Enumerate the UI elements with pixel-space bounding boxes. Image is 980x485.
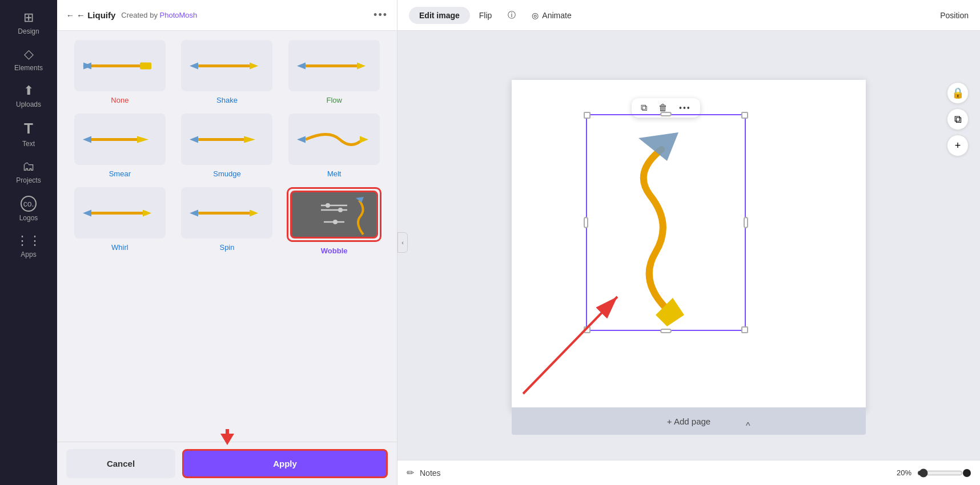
float-more-button[interactable]: ••• (676, 102, 694, 114)
sidebar-label-uploads: Uploads (16, 100, 41, 108)
add-page-icon-button[interactable]: + (947, 135, 969, 156)
handle-top-middle[interactable] (660, 112, 672, 116)
effect-thumb-whirl (74, 187, 166, 239)
apply-button[interactable]: Apply (182, 449, 388, 478)
effect-thumb-flow (288, 40, 380, 91)
wobble-extra-icon (323, 217, 346, 227)
svg-marker-7 (190, 63, 198, 70)
effect-item-smudge[interactable]: Smudge (176, 114, 279, 178)
cancel-button[interactable]: Cancel (66, 449, 175, 478)
panel-header: ← ← Liquify Created by PhotoMosh ••• (57, 0, 397, 31)
effect-label-shake: Shake (216, 96, 238, 104)
bottom-bar: ✏ Notes 20% (397, 460, 980, 485)
effect-thumb-shake (181, 40, 272, 91)
effect-item-none[interactable]: None (69, 40, 171, 104)
sidebar-label-logos: Logos (19, 214, 38, 222)
text-icon: T (24, 120, 33, 138)
float-copy-button[interactable]: ⧉ (637, 102, 650, 114)
flip-button[interactable]: Flip (472, 7, 499, 24)
position-label: Position (940, 11, 969, 20)
sidebar-label-text: Text (22, 140, 35, 148)
zoom-thumb (963, 469, 971, 477)
effect-item-smear[interactable]: Smear (69, 114, 171, 178)
smear-arrow-svg (80, 122, 160, 156)
collapse-panel-button[interactable]: ‹ (397, 232, 408, 253)
svg-point-26 (326, 203, 330, 208)
smudge-arrow-svg (187, 122, 267, 156)
effect-item-shake[interactable]: Shake (176, 40, 279, 104)
photomosh-link[interactable]: PhotoMosh (160, 11, 198, 19)
zoom-slider[interactable] (917, 468, 963, 478)
handle-bottom-middle[interactable] (660, 329, 672, 333)
handle-bottom-left[interactable] (584, 326, 591, 333)
svg-marker-18 (297, 136, 306, 143)
panel-title: ← Liquify (77, 10, 115, 20)
add-page-container: + Add page (397, 407, 980, 435)
effect-item-wobble[interactable]: Wobble (283, 187, 385, 255)
svg-marker-16 (190, 136, 198, 143)
projects-icon: 🗂 (22, 159, 35, 174)
info-button[interactable]: ⓘ (501, 6, 523, 25)
lock-button[interactable]: 🔒 (947, 82, 969, 104)
chevron-up-button[interactable]: ^ (746, 421, 750, 431)
effect-item-melt[interactable]: Melt (283, 114, 385, 178)
animate-button[interactable]: ◎ Animate (525, 7, 578, 24)
svg-marker-23 (250, 210, 258, 217)
copy-page-button[interactable]: ⧉ (947, 108, 969, 130)
handle-top-right[interactable] (741, 112, 748, 119)
add-page-button[interactable]: + Add page (512, 407, 866, 435)
main-area: Edit image Flip ⓘ ◎ Animate Position 🔒 ⧉… (397, 0, 980, 485)
svg-marker-21 (83, 210, 91, 217)
handle-top-left[interactable] (584, 112, 591, 119)
effect-item-spin[interactable]: Spin (176, 187, 279, 255)
canvas-right-buttons: 🔒 ⧉ + (947, 82, 969, 156)
effect-label-smear: Smear (109, 169, 131, 178)
effect-item-flow[interactable]: Flow (283, 40, 385, 104)
sidebar-item-projects[interactable]: 🗂 Projects (3, 155, 54, 189)
sidebar-item-design[interactable]: ⊞ Design (3, 6, 54, 40)
none-arrow-svg (80, 48, 160, 83)
effect-label-flow: Flow (326, 96, 342, 104)
svg-marker-24 (190, 210, 198, 217)
melt-arrow-svg (294, 122, 374, 156)
wobble-arrow-preview (343, 195, 372, 238)
svg-marker-15 (244, 136, 255, 143)
back-button[interactable]: ← ← Liquify (66, 10, 115, 20)
effect-label-spin: Spin (219, 243, 234, 252)
svg-marker-10 (297, 63, 306, 70)
sidebar-item-uploads[interactable]: ⬆ Uploads (3, 79, 54, 113)
effect-thumb-spin (181, 187, 272, 239)
elements-icon: ◇ (24, 47, 34, 62)
svg-point-30 (333, 220, 338, 224)
sidebar-item-logos[interactable]: co. Logos (3, 191, 54, 227)
wobble-selected-border (287, 187, 381, 242)
notes-label: Notes (420, 468, 441, 478)
panel-more-button[interactable]: ••• (373, 9, 388, 21)
shake-arrow-svg (187, 48, 267, 83)
effect-item-whirl[interactable]: Whirl (69, 187, 171, 255)
whirl-arrow-svg (80, 196, 160, 230)
sidebar-label-projects: Projects (16, 176, 41, 184)
panel: ← ← Liquify Created by PhotoMosh ••• Non… (57, 0, 397, 485)
sidebar-label-design: Design (18, 27, 39, 35)
animate-icon: ◎ (532, 11, 539, 20)
spin-arrow-svg (187, 196, 267, 230)
edit-image-button[interactable]: Edit image (409, 7, 470, 24)
svg-marker-34 (638, 132, 678, 161)
svg-rect-3 (140, 63, 151, 70)
sidebar-item-apps[interactable]: ⋮⋮ Apps (3, 229, 54, 263)
sidebar-item-elements[interactable]: ◇ Elements (3, 42, 54, 76)
sidebar-item-text[interactable]: T Text (3, 115, 54, 152)
handle-bottom-right[interactable] (741, 326, 748, 333)
effect-thumb-smudge (181, 114, 272, 165)
handle-middle-right[interactable] (744, 217, 748, 228)
wobble-arrow-canvas (593, 121, 741, 326)
panel-footer: Cancel Apply (57, 442, 397, 485)
sidebar: ⊞ Design ◇ Elements ⬆ Uploads T Text 🗂 P… (0, 0, 57, 485)
apps-icon: ⋮⋮ (16, 233, 41, 248)
down-red-arrow-svg (220, 429, 234, 445)
sidebar-label-elements: Elements (14, 64, 43, 72)
handle-middle-left[interactable] (584, 217, 588, 228)
uploads-icon: ⬆ (23, 83, 34, 98)
svg-marker-20 (143, 210, 151, 217)
